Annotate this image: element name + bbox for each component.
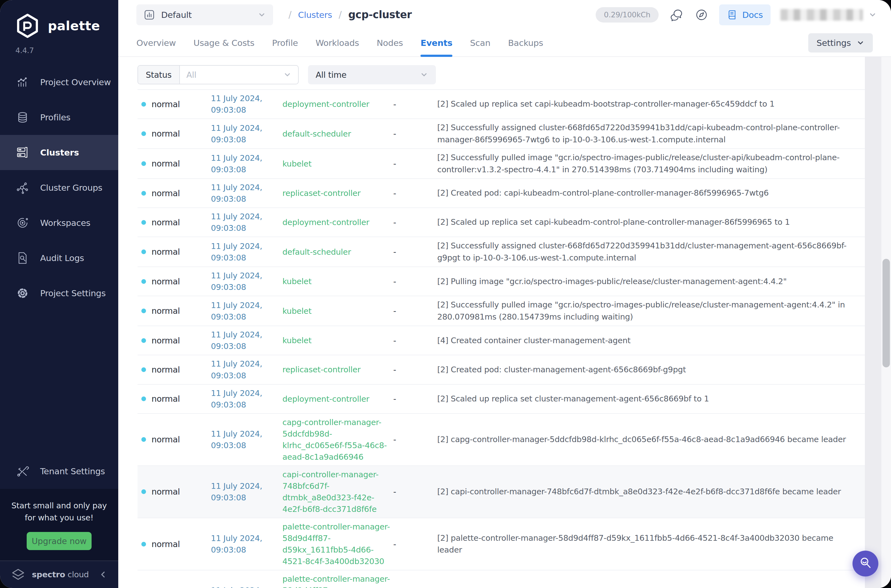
event-timestamp: 11 July 2024,09:03:08	[203, 585, 278, 588]
event-message: [2] palette-controller-manager-58d9d4ff8…	[429, 532, 865, 556]
tab-profile[interactable]: Profile	[272, 29, 298, 56]
event-source: palette-controller-manager-58d9d4ff87-d5…	[278, 573, 393, 588]
event-row: normal11 July 2024,09:03:08kubelet-[2] S…	[137, 296, 865, 326]
scrollbar-track[interactable]	[881, 57, 891, 588]
upgrade-promo: Start small and only pay for what you us…	[0, 489, 118, 561]
collapse-sidebar-icon[interactable]	[99, 570, 107, 579]
event-timestamp: 11 July 2024,09:03:08	[203, 480, 278, 503]
event-row: normal11 July 2024,09:03:08kubelet-[4] C…	[137, 326, 865, 355]
docs-button[interactable]: Docs	[719, 4, 771, 25]
event-source: replicaset-controller	[278, 364, 393, 375]
time-range-value: All time	[316, 70, 346, 80]
sidebar-item-label: Clusters	[40, 147, 79, 158]
status-filter-label: Status	[138, 66, 180, 84]
sidebar-item-tenant-settings[interactable]: Tenant Settings	[0, 454, 118, 489]
event-status: normal	[137, 99, 203, 109]
doc-search-icon	[15, 251, 30, 265]
chevron-down-icon	[868, 11, 877, 19]
event-row: normal11 July 2024,09:03:08replicaset-co…	[137, 178, 865, 207]
event-type-placeholder: -	[393, 159, 429, 168]
docs-button-label: Docs	[742, 10, 763, 20]
event-status: normal	[137, 435, 203, 444]
event-status: normal	[137, 189, 203, 198]
event-filters: Status All All time	[118, 57, 891, 89]
sidebar-item-audit-logs[interactable]: Audit Logs	[0, 240, 118, 276]
scrollbar-thumb[interactable]	[882, 259, 890, 368]
chevron-down-icon	[420, 70, 428, 79]
event-status: normal	[137, 487, 203, 496]
event-type-placeholder: -	[393, 487, 429, 496]
tab-usage-costs[interactable]: Usage & Costs	[194, 29, 254, 56]
event-timestamp: 11 July 2024,09:03:08	[203, 93, 278, 116]
sidebar-item-label: Audit Logs	[40, 253, 84, 263]
status-dot-icon	[141, 191, 146, 196]
spectro-cloud-logo-icon	[10, 566, 26, 583]
top-bar: Default / Clusters / gcp-cluster 0.29/10…	[118, 0, 891, 29]
servers-icon	[15, 146, 30, 160]
upgrade-now-button[interactable]: Upgrade now	[27, 532, 92, 550]
sidebar-item-cluster-groups[interactable]: Cluster Groups	[0, 170, 118, 205]
tab-events[interactable]: Events	[420, 29, 452, 56]
sidebar-item-workspaces[interactable]: Workspaces	[0, 205, 118, 240]
event-source: kubelet	[278, 334, 393, 346]
sidebar-item-label: Workspaces	[40, 218, 90, 228]
event-message: [2] Created pod: capi-kubeadm-control-pl…	[429, 187, 865, 199]
event-timestamp: 11 July 2024,09:03:08	[203, 387, 278, 411]
event-status: normal	[137, 539, 203, 549]
status-dot-icon	[141, 102, 146, 106]
tab-overview[interactable]: Overview	[136, 29, 176, 56]
events-table: normal11 July 2024,09:03:08deployment-co…	[137, 89, 865, 588]
event-row: normal11 July 2024,09:03:08kubelet-[2] S…	[137, 148, 865, 178]
breadcrumb-clusters-link[interactable]: Clusters	[298, 10, 332, 20]
chat-icon[interactable]	[668, 7, 684, 22]
event-source: replicaset-controller	[278, 188, 393, 199]
sidebar-bottom: Tenant Settings Start small and only pay…	[0, 454, 118, 588]
sidebar-item-label: Profiles	[40, 112, 71, 122]
events-panel: Status All All time normal11 July 2024,0…	[118, 57, 891, 588]
tools-icon	[15, 464, 30, 478]
sidebar-item-project-settings[interactable]: Project Settings	[0, 276, 118, 311]
sidebar-item-profiles[interactable]: Profiles	[0, 100, 118, 135]
status-dot-icon	[141, 309, 146, 313]
chevron-down-icon	[856, 39, 865, 47]
project-selector[interactable]: Default	[136, 4, 273, 25]
event-row: normal11 July 2024,09:03:08deployment-co…	[137, 207, 865, 237]
sidebar-footer: spectro cloud	[0, 561, 118, 588]
event-timestamp: 11 July 2024,09:03:08	[203, 211, 278, 234]
sidebar-item-project-overview[interactable]: Project Overview	[0, 64, 118, 100]
book-icon	[727, 9, 738, 20]
event-status: normal	[137, 218, 203, 227]
event-type-placeholder: -	[393, 394, 429, 404]
sidebar-item-label: Project Overview	[40, 77, 111, 87]
event-row: normal11 July 2024,09:03:08default-sched…	[137, 118, 865, 148]
event-status: normal	[137, 129, 203, 138]
compass-icon[interactable]	[694, 7, 709, 22]
search-fab-button[interactable]	[852, 550, 878, 576]
top-bar-actions: 0.29/100kCh Docs	[596, 4, 877, 25]
settings-button[interactable]: Settings	[808, 33, 873, 52]
tab-workloads[interactable]: Workloads	[316, 29, 359, 56]
tab-scan[interactable]: Scan	[470, 29, 490, 56]
event-row: normal11 July 2024,09:03:08deployment-co…	[137, 384, 865, 413]
sidebar-item-clusters[interactable]: Clusters	[0, 135, 118, 170]
event-message: [2] Scaled up replica set cluster-manage…	[429, 393, 865, 405]
sidebar-item-label: Cluster Groups	[40, 183, 102, 193]
chevron-down-icon	[258, 11, 266, 19]
tab-nodes[interactable]: Nodes	[377, 29, 403, 56]
sidebar: palette 4.4.7 Project OverviewProfilesCl…	[0, 0, 118, 588]
event-source: deployment-controller	[278, 98, 393, 110]
event-message: [4] Created container cluster-management…	[429, 334, 865, 347]
status-dot-icon	[141, 396, 146, 401]
user-name-redacted	[780, 9, 863, 21]
status-dot-icon	[141, 279, 146, 284]
status-filter: Status All	[137, 65, 299, 84]
user-menu[interactable]	[780, 9, 877, 21]
event-message: [2] Successfully pulled image "gcr.io/sp…	[429, 152, 865, 176]
status-dot-icon	[141, 338, 146, 343]
time-range-select[interactable]: All time	[308, 65, 436, 84]
status-filter-select[interactable]: All	[180, 66, 298, 84]
tab-backups[interactable]: Backups	[508, 29, 543, 56]
status-dot-icon	[141, 131, 146, 136]
event-message: [2] Successfully assigned cluster-668fd6…	[429, 240, 865, 264]
status-dot-icon	[141, 437, 146, 442]
